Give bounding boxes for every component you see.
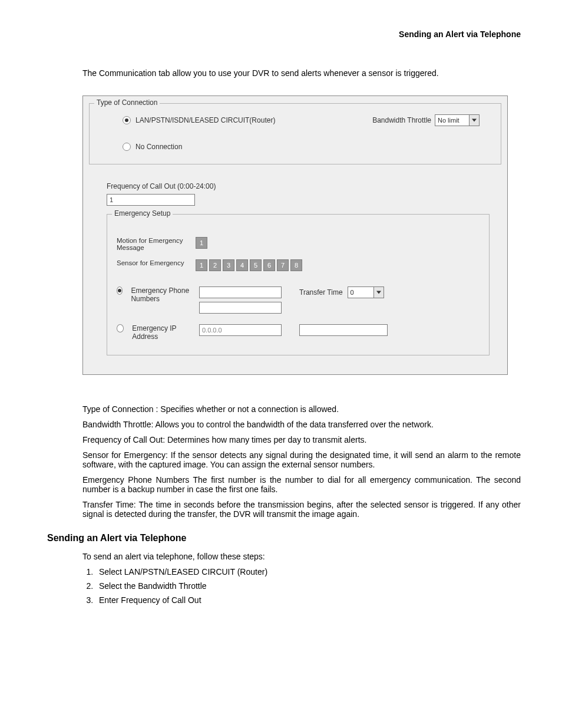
emergency-phone-1-input[interactable] [199, 286, 282, 298]
emergency-phone-2-input[interactable] [199, 302, 282, 314]
type-of-connection-group: Type of Connection LAN/PSTN/ISDN/LEASED … [89, 103, 501, 164]
bandwidth-throttle-value: No limit [438, 117, 459, 124]
desc-sensor: Sensor for Emergency: If the sensor dete… [82, 450, 521, 469]
connection-option-none[interactable]: No Connection [123, 143, 491, 151]
steps-intro: To send an alert via telephone, follow t… [82, 552, 521, 561]
emergency-setup-group: Emergency Setup Motion for Emergency Mes… [107, 214, 490, 355]
step-3: Enter Frequency of Call Out [95, 595, 521, 605]
sensor-box-4[interactable]: 4 [236, 259, 248, 271]
desc-phone-numbers: Emergency Phone Numbers The first number… [82, 475, 521, 494]
motion-box-1[interactable]: 1 [196, 237, 207, 249]
chevron-down-icon [373, 287, 384, 298]
emergency-ip-option[interactable]: Emergency IP Address [117, 324, 193, 341]
bandwidth-throttle-label: Bandwidth Throttle [372, 116, 431, 124]
sensor-box-1[interactable]: 1 [196, 259, 207, 271]
section-heading: Sending an Alert via Telephone [47, 533, 521, 543]
desc-transfer-time: Transfer Time: The time in seconds befor… [82, 500, 521, 519]
radio-icon [123, 143, 131, 151]
transfer-time-label: Transfer Time [299, 288, 343, 297]
emergency-ip-label: Emergency IP Address [132, 324, 193, 341]
transfer-time-select[interactable]: 0 [348, 286, 384, 298]
page-header: Sending an Alert via Telephone [47, 29, 521, 39]
desc-type-of-connection: Type of Connection : Specifies whether o… [82, 404, 521, 414]
chevron-down-icon [469, 115, 479, 126]
step-1: Select LAN/PSTN/LEASED CIRCUIT (Router) [95, 567, 521, 577]
emergency-ip-value: 0.0.0.0 [202, 327, 222, 334]
frequency-label: Frequency of Call Out (0:00-24:00) [107, 182, 490, 190]
desc-frequency: Frequency of Call Out: Determines how ma… [82, 435, 521, 444]
sensor-box-2[interactable]: 2 [209, 259, 221, 271]
step-2: Select the Bandwidth Throttle [95, 581, 521, 591]
transfer-time-value: 0 [351, 289, 354, 296]
intro-paragraph: The Communication tab allow you to use y… [82, 68, 521, 78]
emergency-phone-option[interactable]: Emergency Phone Numbers [117, 286, 193, 303]
svg-marker-1 [376, 291, 381, 294]
sensor-box-8[interactable]: 8 [290, 259, 302, 271]
emergency-setup-legend: Emergency Setup [112, 209, 173, 218]
connection-option-lan[interactable]: LAN/PSTN/ISDN/LEASED CIRCUIT(Router) [123, 116, 275, 124]
frequency-input[interactable]: 1 [107, 194, 195, 206]
type-of-connection-legend: Type of Connection [94, 98, 160, 107]
emergency-phone-label: Emergency Phone Numbers [131, 286, 193, 303]
connection-option-none-label: No Connection [135, 143, 182, 151]
desc-bandwidth-throttle: Bandwidth Throttle: Allows you to contro… [82, 420, 521, 429]
bandwidth-throttle-select[interactable]: No limit [435, 114, 480, 126]
sensor-box-3[interactable]: 3 [223, 259, 234, 271]
svg-marker-0 [472, 119, 477, 122]
emergency-ip-extra-input[interactable] [299, 324, 388, 336]
emergency-ip-input[interactable]: 0.0.0.0 [199, 324, 282, 336]
settings-screenshot: Type of Connection LAN/PSTN/ISDN/LEASED … [82, 95, 508, 375]
radio-icon [117, 286, 123, 295]
sensor-emergency-label: Sensor for Emergency [117, 259, 187, 266]
radio-icon [123, 116, 131, 124]
frequency-value: 1 [110, 196, 113, 203]
connection-option-lan-label: LAN/PSTN/ISDN/LEASED CIRCUIT(Router) [135, 116, 275, 124]
sensor-box-6[interactable]: 6 [263, 259, 275, 271]
motion-emergency-label: Motion for Emergency Message [117, 237, 187, 251]
sensor-box-5[interactable]: 5 [250, 259, 262, 271]
sensor-box-7[interactable]: 7 [277, 259, 289, 271]
radio-icon [117, 324, 124, 332]
